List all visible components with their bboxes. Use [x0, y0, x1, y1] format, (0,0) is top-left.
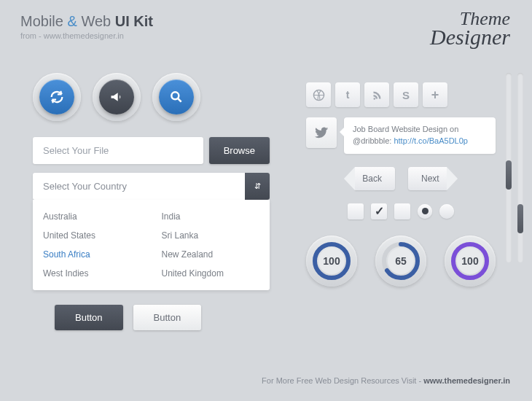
- country-option[interactable]: Sri Lanka: [152, 226, 270, 245]
- tweet-link[interactable]: http://t.co/BaA5DL0p: [394, 136, 468, 145]
- country-option[interactable]: India: [152, 207, 270, 226]
- social-row: t S +: [306, 82, 496, 107]
- gauge: 100: [445, 235, 496, 287]
- scrollbar-1[interactable]: [506, 73, 512, 262]
- gauge: 65: [375, 235, 426, 287]
- checkbox-1[interactable]: [348, 203, 364, 219]
- next-button[interactable]: Next: [408, 167, 447, 190]
- scrollbar-thumb-1[interactable]: [506, 160, 512, 190]
- megaphone-icon: [109, 90, 124, 104]
- checkbox-2[interactable]: ✓: [371, 203, 387, 219]
- header: Mobile & Web UI Kit from - www.themedesi…: [20, 13, 153, 40]
- gauge-value: 65: [388, 248, 414, 274]
- back-button[interactable]: Back: [355, 167, 395, 190]
- button-dark[interactable]: Button: [55, 305, 123, 330]
- plus-icon[interactable]: +: [423, 82, 447, 107]
- gauge: 100: [306, 235, 357, 287]
- circle-buttons-row: [33, 73, 270, 121]
- logo: Theme Designer: [430, 10, 510, 47]
- checkbox-3[interactable]: [394, 203, 410, 219]
- country-select[interactable]: Select Your Country ⇵: [33, 173, 270, 200]
- tweet-box: Job Board Website Design on @dribbble: h…: [344, 117, 496, 154]
- page-subtitle: from - www.themedesigner.in: [20, 31, 153, 40]
- country-option[interactable]: United Kingdom: [152, 264, 270, 283]
- sync-button[interactable]: [33, 73, 81, 121]
- twitter-bird-icon: [306, 117, 337, 148]
- radio-1[interactable]: [418, 204, 432, 219]
- button-light[interactable]: Button: [133, 305, 202, 330]
- dribbble-icon[interactable]: [306, 82, 331, 107]
- search-button[interactable]: [152, 73, 200, 121]
- search-icon: [169, 90, 184, 104]
- footer: For More Free Web Design Resources Visit…: [262, 376, 510, 385]
- country-option[interactable]: New Zealand: [152, 245, 270, 264]
- scrollbar-2[interactable]: [517, 73, 523, 262]
- country-option[interactable]: West Indies: [33, 264, 152, 283]
- check-radio-row: ✓: [306, 203, 496, 219]
- country-option[interactable]: United States: [33, 226, 152, 245]
- file-input[interactable]: Select Your File: [33, 137, 203, 164]
- skype-icon[interactable]: S: [394, 82, 418, 107]
- scrollbar-thumb-2[interactable]: [517, 204, 523, 233]
- radio-2[interactable]: [439, 204, 454, 219]
- gauge-value: 100: [318, 248, 345, 274]
- country-option[interactable]: Australia: [33, 207, 152, 226]
- chevron-updown-icon: ⇵: [245, 173, 270, 200]
- page-title: Mobile & Web UI Kit: [20, 13, 153, 30]
- rss-icon[interactable]: [364, 82, 389, 107]
- browse-button[interactable]: Browse: [209, 137, 270, 164]
- twitter-icon[interactable]: t: [335, 82, 360, 107]
- country-option[interactable]: South Africa: [33, 245, 152, 264]
- svg-point-0: [171, 92, 179, 99]
- gauge-value: 100: [457, 248, 483, 274]
- select-label: Select Your Country: [33, 173, 245, 200]
- megaphone-button[interactable]: [93, 73, 141, 121]
- country-dropdown: AustraliaUnited StatesSouth AfricaWest I…: [33, 200, 270, 290]
- sync-icon: [49, 89, 65, 105]
